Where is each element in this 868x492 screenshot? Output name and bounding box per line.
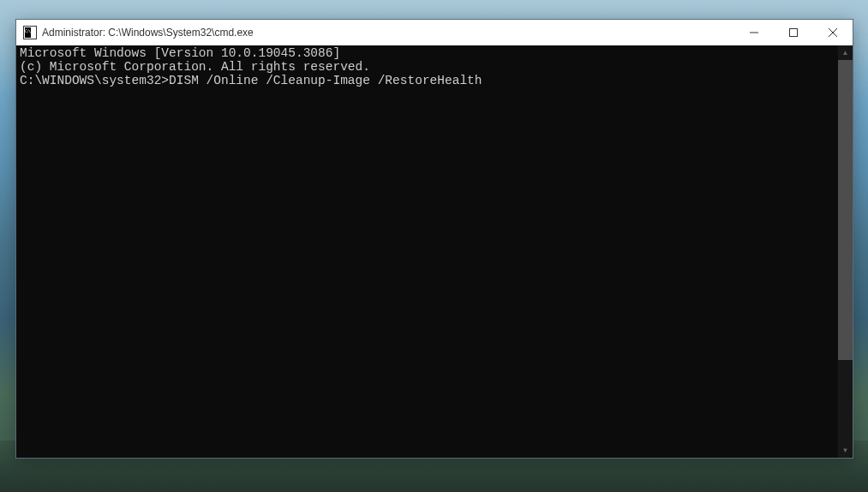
- output-line: (c) Microsoft Corporation. All rights re…: [20, 61, 835, 75]
- maximize-button[interactable]: [774, 20, 813, 45]
- svg-rect-1: [790, 29, 798, 37]
- cmd-icon: [23, 26, 37, 39]
- window-title: Administrator: C:\Windows\System32\cmd.e…: [42, 27, 734, 39]
- scroll-down-arrow[interactable]: ▼: [838, 443, 853, 458]
- minimize-button[interactable]: [734, 20, 774, 45]
- prompt-line: C:\WINDOWS\system32>DISM /Online /Cleanu…: [20, 75, 835, 88]
- window-controls: [734, 20, 853, 45]
- vertical-scrollbar[interactable]: ▲ ▼: [838, 45, 853, 458]
- titlebar[interactable]: Administrator: C:\Windows\System32\cmd.e…: [16, 20, 853, 45]
- command-text: DISM /Online /Cleanup-Image /RestoreHeal…: [169, 74, 482, 87]
- prompt-path: C:\WINDOWS\system32>: [20, 74, 169, 87]
- output-line: Microsoft Windows [Version 10.0.19045.30…: [20, 47, 835, 61]
- scroll-thumb[interactable]: [838, 60, 853, 360]
- scroll-up-arrow[interactable]: ▲: [838, 45, 853, 60]
- terminal-output[interactable]: Microsoft Windows [Version 10.0.19045.30…: [16, 45, 838, 458]
- close-icon: [829, 28, 837, 37]
- minimize-icon: [750, 28, 758, 37]
- cmd-window: Administrator: C:\Windows\System32\cmd.e…: [15, 19, 853, 459]
- terminal-area: Microsoft Windows [Version 10.0.19045.30…: [16, 45, 853, 458]
- close-button[interactable]: [813, 20, 853, 45]
- scroll-track[interactable]: [838, 60, 853, 443]
- maximize-icon: [789, 28, 798, 37]
